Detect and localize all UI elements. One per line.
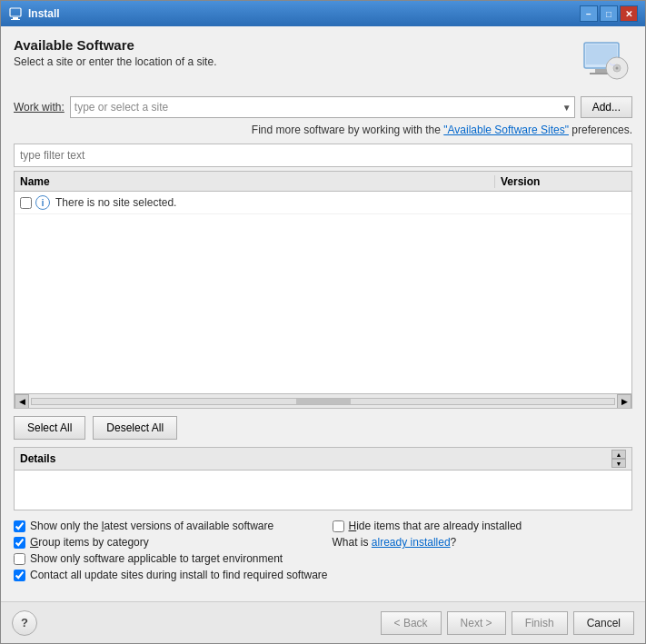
group-category-label: Group items by category [30, 536, 149, 549]
scroll-thumb[interactable] [296, 399, 351, 404]
back-button[interactable]: < Back [381, 611, 442, 635]
work-with-label: Work with: [14, 101, 65, 114]
maximize-button[interactable]: □ [600, 5, 618, 22]
already-installed-link[interactable]: already installed [372, 536, 451, 549]
col-version-header: Version [495, 175, 631, 188]
svg-rect-0 [10, 8, 21, 16]
option-already-installed: What is already installed? [333, 536, 633, 549]
options-section: Show only the latest versions of availab… [14, 520, 632, 581]
svg-rect-1 [13, 17, 18, 19]
info-icon: i [35, 195, 50, 210]
row-checkbox[interactable] [20, 197, 32, 209]
col-name-header: Name [15, 175, 495, 188]
navigation-buttons: < Back Next > Finish Cancel [381, 611, 634, 635]
header-text: Available Software Select a site or ente… [14, 37, 216, 68]
table-header: Name Version [15, 172, 631, 192]
no-site-text: There is no site selected. [55, 196, 176, 209]
group-category-checkbox[interactable] [14, 537, 25, 549]
option-show-latest: Show only the latest versions of availab… [14, 520, 314, 532]
software-table: Name Version i There is no site selected… [14, 171, 632, 409]
available-software-sites-link[interactable]: "Available Software Sites" [443, 124, 569, 136]
deselect-all-button[interactable]: Deselect All [93, 416, 177, 440]
title-bar: Install − □ ✕ [1, 1, 645, 26]
finish-button[interactable]: Finish [512, 611, 568, 635]
horizontal-scrollbar: ◀ ▶ [15, 393, 631, 408]
bottom-bar: ? < Back Next > Finish Cancel [1, 601, 645, 643]
work-with-row: Work with: type or select a site ▼ Add..… [14, 96, 632, 118]
window-controls: − □ ✕ [580, 5, 638, 22]
svg-rect-2 [11, 19, 20, 20]
page-title: Available Software [14, 37, 216, 53]
svg-point-9 [616, 66, 619, 69]
contact-update-sites-checkbox[interactable] [14, 570, 25, 581]
scroll-track[interactable] [31, 398, 615, 405]
option-group-category: Group items by category [14, 536, 314, 549]
details-scroll-buttons: ▲ ▼ [611, 450, 626, 468]
option-empty [333, 552, 633, 565]
details-label: Details [20, 452, 55, 465]
details-scroll-up[interactable]: ▲ [611, 450, 626, 459]
bottom-bar-left: ? [12, 610, 381, 636]
details-section: Details ▲ ▼ [14, 447, 632, 510]
close-button[interactable]: ✕ [620, 5, 638, 22]
find-more-row: Find more software by working with the "… [14, 124, 632, 136]
scroll-left-button[interactable]: ◀ [15, 394, 29, 409]
scroll-right-button[interactable]: ▶ [617, 394, 631, 409]
next-button[interactable]: Next > [447, 611, 506, 635]
page-subtitle: Select a site or enter the location of a… [14, 55, 216, 68]
filter-input[interactable] [14, 144, 632, 167]
install-icon [8, 6, 23, 21]
table-body: i There is no site selected. [15, 192, 631, 393]
target-env-checkbox[interactable] [14, 553, 25, 565]
cancel-button[interactable]: Cancel [573, 611, 634, 635]
show-latest-checkbox[interactable] [14, 520, 25, 532]
details-header: Details ▲ ▼ [15, 448, 631, 471]
option-contact-update-sites: Contact all update sites during install … [14, 569, 632, 581]
header-icon [578, 37, 632, 87]
details-body [15, 471, 631, 510]
option-hide-installed: Hide items that are already installed [333, 520, 633, 532]
already-installed-label: What is already installed? [333, 536, 457, 549]
add-button[interactable]: Add... [581, 96, 632, 118]
option-target-env: Show only software applicable to target … [14, 552, 314, 565]
select-all-button[interactable]: Select All [14, 416, 85, 440]
find-more-text: Find more software by working with the [252, 124, 443, 136]
target-env-label: Show only software applicable to target … [30, 552, 283, 565]
site-select[interactable]: type or select a site [70, 96, 575, 118]
contact-update-sites-label: Contact all update sites during install … [30, 569, 328, 581]
table-row: i There is no site selected. [15, 192, 631, 214]
site-select-wrapper: type or select a site ▼ [70, 96, 575, 118]
hide-installed-label: Hide items that are already installed [349, 520, 522, 532]
minimize-button[interactable]: − [580, 5, 598, 22]
find-more-suffix: preferences. [569, 124, 632, 136]
help-button[interactable]: ? [12, 610, 37, 636]
header-section: Available Software Select a site or ente… [14, 37, 632, 87]
select-buttons-row: Select All Deselect All [14, 416, 632, 440]
details-scroll-down[interactable]: ▼ [611, 459, 626, 468]
show-latest-label: Show only the latest versions of availab… [30, 520, 273, 532]
install-window: Install − □ ✕ Available Software Select … [0, 0, 646, 644]
main-content: Available Software Select a site or ente… [1, 26, 645, 601]
hide-installed-checkbox[interactable] [333, 520, 344, 532]
software-icon [579, 39, 631, 86]
window-title: Install [28, 7, 580, 20]
